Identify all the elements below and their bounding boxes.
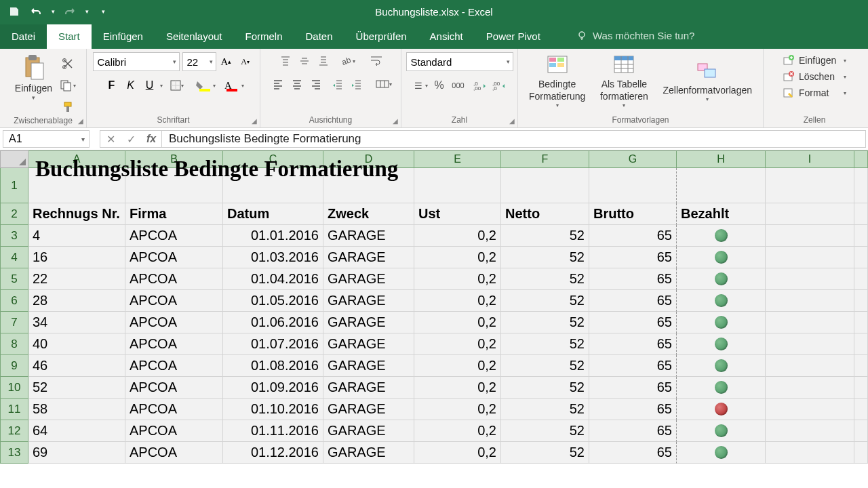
grid-cell[interactable] (854, 420, 868, 442)
wrap-text-button[interactable] (368, 52, 385, 70)
grid-cell[interactable]: Brutto (589, 203, 677, 225)
grid-cell[interactable]: 65 (589, 377, 677, 399)
grid-cell[interactable]: GARAGE (323, 312, 414, 333)
decrease-decimal-button[interactable]: ,00,0 (490, 77, 508, 94)
increase-decimal-button[interactable]: ,0,00 (471, 77, 489, 94)
col-header-C[interactable]: C (223, 150, 323, 168)
grid-cell[interactable] (125, 168, 223, 203)
row-header-10[interactable]: 10 (0, 377, 28, 399)
grid-cell[interactable]: 58 (28, 399, 125, 420)
tab-insert[interactable]: Einfügen (92, 24, 155, 49)
grid-cell[interactable]: 0,2 (414, 442, 501, 464)
grid-cell[interactable]: APCOA (125, 333, 223, 355)
grid-cell[interactable]: GARAGE (323, 399, 414, 420)
grid-cell[interactable] (766, 168, 854, 203)
grid-cell[interactable]: Bezahlt (677, 203, 766, 225)
grid-cell[interactable]: APCOA (125, 442, 223, 464)
grid-cell[interactable]: 65 (589, 268, 677, 290)
grid-cell[interactable]: 65 (589, 225, 677, 247)
grid-cell[interactable]: 0,2 (414, 399, 501, 420)
grid-cell[interactable] (766, 377, 854, 399)
row-header-8[interactable]: 8 (0, 333, 28, 355)
grid-cell[interactable]: GARAGE (323, 290, 414, 312)
grid-cell[interactable]: GARAGE (323, 225, 414, 247)
grid-cell[interactable] (414, 168, 501, 203)
grid-cell[interactable]: 0,2 (414, 377, 501, 399)
cut-button[interactable] (59, 55, 77, 73)
grid-cell[interactable]: 0,2 (414, 290, 501, 312)
grid-cell[interactable]: 01.10.2016 (223, 399, 323, 420)
grid-cell[interactable]: APCOA (125, 290, 223, 312)
number-format-combo[interactable]: Standard▾ (406, 52, 513, 71)
grid-cell[interactable]: 65 (589, 420, 677, 442)
cell-styles-button[interactable]: Zellenformatvorlagen▾ (657, 58, 757, 104)
grid-cell[interactable]: APCOA (125, 355, 223, 377)
row-header-2[interactable]: 2 (0, 203, 28, 225)
copy-button[interactable]: ▾ (59, 77, 77, 94)
align-bottom-button[interactable] (315, 52, 332, 70)
grid-cell[interactable] (854, 247, 868, 268)
font-name-combo[interactable]: Calibri▾ (93, 52, 180, 71)
grid-cell[interactable]: 52 (501, 377, 589, 399)
grid-cell[interactable]: GARAGE (323, 442, 414, 464)
grid-cell[interactable] (854, 377, 868, 399)
grid-cell[interactable] (677, 247, 766, 268)
grid-cell[interactable] (677, 225, 766, 247)
formula-input[interactable]: Buchungsliste Bedingte Formatierung (162, 130, 866, 148)
name-box[interactable]: A1▾ (3, 130, 90, 148)
col-header-H[interactable]: H (677, 150, 766, 168)
redo-button[interactable] (60, 2, 80, 21)
align-left-button[interactable] (269, 75, 287, 93)
grid-cell[interactable] (854, 268, 868, 290)
underline-button[interactable]: U (141, 77, 159, 94)
grid-cell[interactable]: 4 (28, 225, 125, 247)
grid-cell[interactable]: 22 (28, 268, 125, 290)
decrease-font-button[interactable]: A▾ (237, 53, 254, 70)
font-size-combo[interactable]: 22▾ (182, 52, 216, 71)
grid-cell[interactable]: 01.03.2016 (223, 247, 323, 268)
grid-cell[interactable]: 65 (589, 355, 677, 377)
grid-cell[interactable]: Netto (501, 203, 589, 225)
tab-data[interactable]: Daten (294, 24, 344, 49)
grid-cell[interactable]: GARAGE (323, 247, 414, 268)
grid-cell[interactable]: Firma (125, 203, 223, 225)
grid-cell[interactable] (766, 247, 854, 268)
qat-customize[interactable]: ▾ (98, 2, 108, 21)
grid-cell[interactable]: GARAGE (323, 355, 414, 377)
grid-cell[interactable]: APCOA (125, 268, 223, 290)
grid-cell[interactable]: 52 (501, 399, 589, 420)
col-header-I[interactable]: I (766, 150, 854, 168)
font-color-button[interactable]: A (220, 77, 237, 94)
grid-cell[interactable]: 52 (501, 290, 589, 312)
grid-cell[interactable] (28, 168, 125, 203)
grid-cell[interactable] (766, 290, 854, 312)
grid-cell[interactable]: 01.07.2016 (223, 333, 323, 355)
grid-cell[interactable]: 0,2 (414, 420, 501, 442)
undo-dropdown[interactable]: ▾ (47, 2, 58, 21)
grid-cell[interactable]: 52 (501, 420, 589, 442)
align-center-button[interactable] (288, 75, 306, 93)
row-header-13[interactable]: 13 (0, 442, 28, 464)
increase-indent-button[interactable] (348, 75, 366, 93)
undo-button[interactable] (26, 2, 46, 21)
grid-cell[interactable]: 0,2 (414, 355, 501, 377)
format-painter-button[interactable] (59, 98, 77, 116)
insert-cells-button[interactable]: Einfügen▾ (780, 54, 849, 67)
grid-cell[interactable] (766, 333, 854, 355)
grid-cell[interactable]: Rechnugs Nr. (28, 203, 125, 225)
grid-cell[interactable] (323, 168, 414, 203)
tab-review[interactable]: Überprüfen (344, 24, 418, 49)
grid-cell[interactable]: 65 (589, 290, 677, 312)
grid-cell[interactable]: 28 (28, 290, 125, 312)
row-header-6[interactable]: 6 (0, 290, 28, 312)
grid-cell[interactable]: 65 (589, 442, 677, 464)
grid-cell[interactable] (501, 168, 589, 203)
grid-cell[interactable]: 01.08.2016 (223, 355, 323, 377)
borders-button[interactable]: ▾ (168, 77, 186, 94)
grid-cell[interactable]: 52 (501, 355, 589, 377)
row-header-7[interactable]: 7 (0, 312, 28, 333)
grid-cell[interactable] (854, 290, 868, 312)
grid-cell[interactable]: APCOA (125, 225, 223, 247)
decrease-indent-button[interactable] (329, 75, 347, 93)
grid-cell[interactable] (854, 355, 868, 377)
